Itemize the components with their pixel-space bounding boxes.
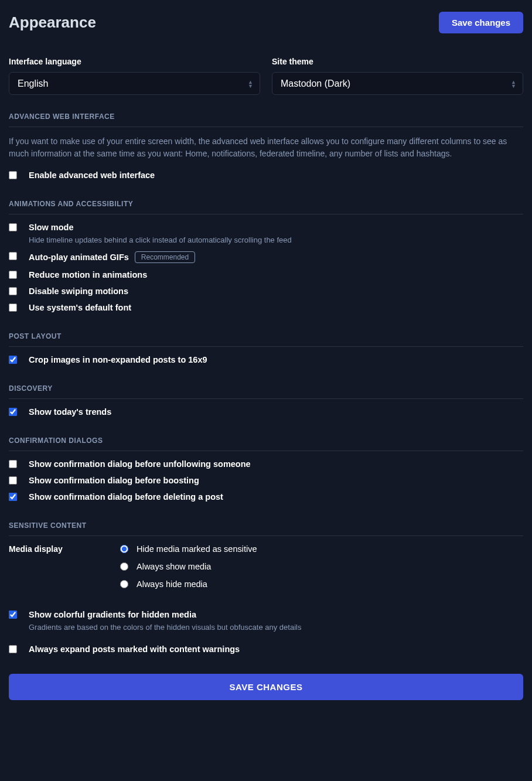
site-theme-select[interactable]: Mastodon (Dark) — [272, 72, 523, 95]
media-display-show-radio[interactable] — [120, 562, 128, 571]
confirm-boost-label: Show confirmation dialog before boosting — [29, 476, 199, 485]
auto-play-gifs-checkbox[interactable] — [9, 252, 17, 260]
interface-language-label: Interface language — [9, 57, 260, 66]
confirm-delete-label: Show confirmation dialog before deleting… — [29, 492, 223, 502]
crop-images-label: Crop images in non-expanded posts to 16x… — [29, 355, 207, 364]
recommended-badge: Recommended — [135, 251, 195, 263]
enable-advanced-checkbox[interactable] — [9, 171, 17, 179]
disable-swipe-checkbox[interactable] — [9, 287, 17, 295]
media-display-hideall-radio[interactable] — [120, 580, 128, 588]
section-header-advanced: ADVANCED WEB INTERFACE — [9, 112, 523, 127]
colorful-gradients-hint: Gradients are based on the colors of the… — [29, 623, 523, 632]
expand-cw-label: Always expand posts marked with content … — [29, 644, 240, 654]
expand-cw-checkbox[interactable] — [9, 645, 17, 653]
media-display-hide-label[interactable]: Hide media marked as sensitive — [137, 544, 257, 554]
section-header-discovery: DISCOVERY — [9, 384, 523, 399]
media-display-hide-radio[interactable] — [120, 545, 128, 553]
section-header-post-layout: POST LAYOUT — [9, 332, 523, 347]
media-display-show-label[interactable]: Always show media — [137, 562, 211, 571]
confirm-boost-checkbox[interactable] — [9, 476, 17, 485]
enable-advanced-label: Enable advanced web interface — [29, 170, 155, 180]
reduce-motion-label: Reduce motion in animations — [29, 270, 147, 279]
section-header-sensitive: SENSITIVE CONTENT — [9, 521, 523, 536]
disable-swipe-label: Disable swiping motions — [29, 287, 128, 296]
reduce-motion-checkbox[interactable] — [9, 271, 17, 279]
media-display-label: Media display — [9, 544, 85, 554]
section-header-animations: ANIMATIONS AND ACCESSIBILITY — [9, 200, 523, 214]
save-changes-button-top[interactable]: Save changes — [439, 12, 523, 33]
advanced-description: If you want to make use of your entire s… — [9, 135, 523, 160]
confirm-unfollow-checkbox[interactable] — [9, 460, 17, 468]
colorful-gradients-label: Show colorful gradients for hidden media — [29, 610, 196, 619]
section-header-confirmation: CONFIRMATION DIALOGS — [9, 436, 523, 451]
page-title: Appearance — [9, 13, 96, 32]
system-font-label: Use system's default font — [29, 303, 131, 312]
crop-images-checkbox[interactable] — [9, 356, 17, 364]
media-display-hideall-label[interactable]: Always hide media — [137, 579, 207, 589]
show-trends-label: Show today's trends — [29, 407, 111, 417]
confirm-unfollow-label: Show confirmation dialog before unfollow… — [29, 459, 251, 469]
colorful-gradients-checkbox[interactable] — [9, 611, 17, 619]
save-changes-button-bottom[interactable]: SAVE CHANGES — [9, 674, 523, 700]
show-trends-checkbox[interactable] — [9, 408, 17, 416]
system-font-checkbox[interactable] — [9, 303, 17, 312]
confirm-delete-checkbox[interactable] — [9, 493, 17, 501]
auto-play-gifs-label: Auto-play animated GIFs — [29, 253, 129, 262]
slow-mode-hint: Hide timeline updates behind a click ins… — [29, 236, 523, 244]
slow-mode-label: Slow mode — [29, 223, 74, 232]
interface-language-select[interactable]: English — [9, 72, 260, 95]
site-theme-label: Site theme — [272, 57, 523, 66]
slow-mode-checkbox[interactable] — [9, 223, 17, 231]
